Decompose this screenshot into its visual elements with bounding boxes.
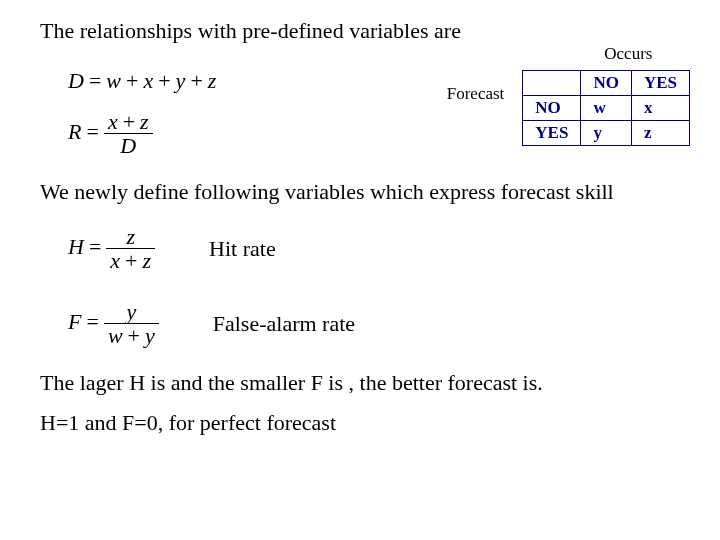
equation-d: D=w+x+y+z	[68, 68, 216, 94]
contingency-table: NO YES NO w x YES y z	[522, 70, 690, 146]
perfect-text: H=1 and F=0, for perfect forecast	[40, 410, 690, 436]
row-no: NO	[523, 96, 581, 121]
cell-z: z	[631, 121, 689, 146]
better-text: The lager H is and the smaller F is , th…	[40, 370, 690, 396]
false-alarm-label: False-alarm rate	[159, 311, 355, 337]
equation-h: H=zx+z	[68, 225, 155, 272]
cell-x: x	[631, 96, 689, 121]
hit-rate-label: Hit rate	[155, 236, 276, 262]
intro-text: The relationships with pre-defined varia…	[40, 18, 690, 44]
equation-r: R=x+zD	[68, 110, 216, 157]
col-yes: YES	[631, 71, 689, 96]
equation-f: F=yw+y	[68, 300, 159, 347]
row-yes: YES	[523, 121, 581, 146]
col-no: NO	[581, 71, 632, 96]
occurs-label: Occurs	[447, 44, 690, 64]
cell-y: y	[581, 121, 632, 146]
newly-define-text: We newly define following variables whic…	[40, 179, 690, 205]
forecast-label: Forecast	[447, 70, 523, 104]
cell-w: w	[581, 96, 632, 121]
